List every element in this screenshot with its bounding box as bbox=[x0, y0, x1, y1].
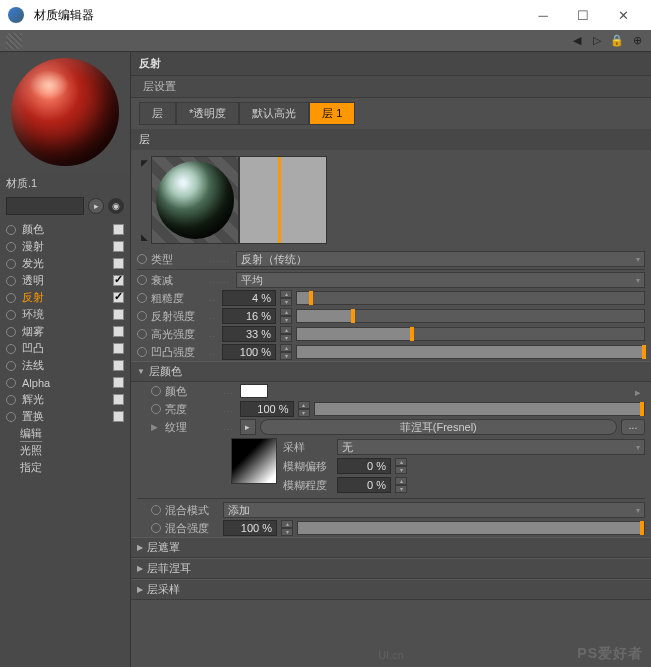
name-picker-icon[interactable]: ◉ bbox=[108, 198, 124, 214]
texture-button[interactable]: 菲涅耳(Fresnel) bbox=[260, 419, 617, 435]
nav-right-icon[interactable]: ▷ bbox=[589, 33, 605, 49]
color-row: 颜色 ... ▸ bbox=[131, 382, 651, 400]
bump_str-spinner[interactable]: ▴▾ bbox=[280, 344, 292, 360]
spec_str-input[interactable]: 33 % bbox=[222, 326, 276, 342]
texture-menu-button[interactable]: ... bbox=[621, 419, 645, 435]
layer-preview-sphere[interactable] bbox=[151, 156, 239, 244]
channel-烟雾[interactable]: 烟雾 bbox=[0, 323, 130, 340]
section-层采样[interactable]: ▶层采样 bbox=[131, 579, 651, 600]
close-button[interactable]: ✕ bbox=[603, 0, 643, 30]
refl_str-input[interactable]: 16 % bbox=[222, 308, 276, 324]
tab-2[interactable]: 默认高光 bbox=[239, 102, 309, 125]
blend-strength-spinner[interactable]: ▴▾ bbox=[281, 520, 293, 536]
maximize-button[interactable]: ☐ bbox=[563, 0, 603, 30]
name-menu-arrow-icon[interactable]: ▸ bbox=[88, 198, 104, 214]
blur-scale-label: 模糊程度 bbox=[283, 478, 333, 493]
blur-scale-spinner[interactable]: ▴▾ bbox=[395, 477, 407, 493]
channel-list: 颜色漫射发光透明反射环境烟雾凹凸法线Alpha辉光置换编辑光照指定 bbox=[0, 221, 130, 667]
gradient-sample[interactable] bbox=[231, 438, 277, 484]
spec_str-slider[interactable] bbox=[296, 327, 645, 341]
channel-Alpha[interactable]: Alpha bbox=[0, 374, 130, 391]
bump_str-input[interactable]: 100 % bbox=[222, 344, 276, 360]
section-层菲涅耳[interactable]: ▶层菲涅耳 bbox=[131, 558, 651, 579]
material-preview[interactable] bbox=[0, 52, 130, 172]
triangle-down-icon: ▼ bbox=[137, 367, 145, 376]
color-menu-icon[interactable]: ▸ bbox=[635, 386, 645, 396]
sample-dropdown[interactable]: 无▾ bbox=[337, 439, 645, 455]
channel-法线[interactable]: 法线 bbox=[0, 357, 130, 374]
channel-反射[interactable]: 反射 bbox=[0, 289, 130, 306]
channel-checkbox[interactable] bbox=[113, 292, 124, 303]
channel-checkbox[interactable] bbox=[113, 309, 124, 320]
channel-checkbox[interactable] bbox=[113, 326, 124, 337]
color-swatch[interactable] bbox=[240, 384, 268, 398]
brightness-slider[interactable] bbox=[314, 402, 645, 416]
blend-strength-slider[interactable] bbox=[297, 521, 645, 535]
sub-item-光照[interactable]: 光照 bbox=[0, 442, 130, 459]
channel-checkbox[interactable] bbox=[113, 377, 124, 388]
window-title: 材质编辑器 bbox=[30, 7, 523, 24]
tab-3[interactable]: 层 1 bbox=[309, 102, 355, 125]
left-panel: 材质.1 ▸ ◉ 颜色漫射发光透明反射环境烟雾凹凸法线Alpha辉光置换编辑光照… bbox=[0, 52, 131, 667]
channel-凹凸[interactable]: 凹凸 bbox=[0, 340, 130, 357]
blend-strength-input[interactable]: 100 % bbox=[223, 520, 277, 536]
rough-slider[interactable] bbox=[296, 291, 645, 305]
app-icon bbox=[8, 7, 24, 23]
triangle-right-icon[interactable]: ▶ bbox=[151, 422, 161, 432]
tab-1[interactable]: *透明度 bbox=[176, 102, 239, 125]
rough-input[interactable]: 4 % bbox=[222, 290, 276, 306]
blur-scale-input[interactable]: 0 % bbox=[337, 477, 391, 493]
lock-icon[interactable]: 🔒 bbox=[609, 33, 625, 49]
layer-color-header[interactable]: ▼ 层颜色 bbox=[131, 361, 651, 382]
channel-checkbox[interactable] bbox=[113, 394, 124, 405]
bump_str-slider[interactable] bbox=[296, 345, 645, 359]
channel-发光[interactable]: 发光 bbox=[0, 255, 130, 272]
dot-icon bbox=[151, 505, 161, 515]
dot-icon bbox=[137, 254, 147, 264]
channel-checkbox[interactable] bbox=[113, 343, 124, 354]
blend-mode-dropdown[interactable]: 添加▾ bbox=[223, 502, 645, 518]
tab-0[interactable]: 层 bbox=[139, 102, 176, 125]
channel-漫射[interactable]: 漫射 bbox=[0, 238, 130, 255]
blend-mode-row: 混合模式 添加▾ bbox=[131, 501, 651, 519]
channel-checkbox[interactable] bbox=[113, 275, 124, 286]
nav-left-icon[interactable]: ◀ bbox=[569, 33, 585, 49]
channel-checkbox[interactable] bbox=[113, 258, 124, 269]
dot-icon bbox=[6, 225, 16, 235]
texture-play-icon[interactable]: ▸ bbox=[240, 419, 256, 435]
blur-offset-spinner[interactable]: ▴▾ bbox=[395, 458, 407, 474]
sub-item-指定[interactable]: 指定 bbox=[0, 459, 130, 476]
material-name-input[interactable] bbox=[6, 197, 84, 215]
type-dropdown[interactable]: 反射（传统）▾ bbox=[236, 251, 645, 267]
minimize-button[interactable]: ─ bbox=[523, 0, 563, 30]
layer-settings-header: 层设置 bbox=[131, 76, 651, 98]
dot-icon bbox=[6, 293, 16, 303]
prev-down-icon[interactable]: ◣ bbox=[139, 232, 149, 242]
refl_str-spinner[interactable]: ▴▾ bbox=[280, 308, 292, 324]
atten-dropdown[interactable]: 平均▾ bbox=[236, 272, 645, 288]
layer-preview-gradient[interactable] bbox=[239, 156, 327, 244]
texture-row: ▶ 纹理 ... ▸ 菲涅耳(Fresnel) ... bbox=[131, 418, 651, 436]
sub-item-编辑[interactable]: 编辑 bbox=[0, 425, 130, 442]
channel-环境[interactable]: 环境 bbox=[0, 306, 130, 323]
channel-辉光[interactable]: 辉光 bbox=[0, 391, 130, 408]
channel-checkbox[interactable] bbox=[113, 241, 124, 252]
brightness-input[interactable]: 100 % bbox=[240, 401, 294, 417]
section-层遮罩[interactable]: ▶层遮罩 bbox=[131, 537, 651, 558]
spec_str-spinner[interactable]: ▴▾ bbox=[280, 326, 292, 342]
rough-spinner[interactable]: ▴▾ bbox=[280, 290, 292, 306]
channel-透明[interactable]: 透明 bbox=[0, 272, 130, 289]
expand-icon[interactable]: ⊕ bbox=[629, 33, 645, 49]
refl_str-label: 反射强度 bbox=[151, 309, 205, 324]
channel-置换[interactable]: 置换 bbox=[0, 408, 130, 425]
channel-checkbox[interactable] bbox=[113, 224, 124, 235]
channel-颜色[interactable]: 颜色 bbox=[0, 221, 130, 238]
channel-checkbox[interactable] bbox=[113, 360, 124, 371]
sub-label: 编辑 bbox=[20, 426, 42, 442]
prev-up-icon[interactable]: ◤ bbox=[139, 158, 149, 168]
refl_str-slider[interactable] bbox=[296, 309, 645, 323]
dot-icon bbox=[6, 361, 16, 371]
channel-checkbox[interactable] bbox=[113, 411, 124, 422]
brightness-spinner[interactable]: ▴▾ bbox=[298, 401, 310, 417]
blur-offset-input[interactable]: 0 % bbox=[337, 458, 391, 474]
